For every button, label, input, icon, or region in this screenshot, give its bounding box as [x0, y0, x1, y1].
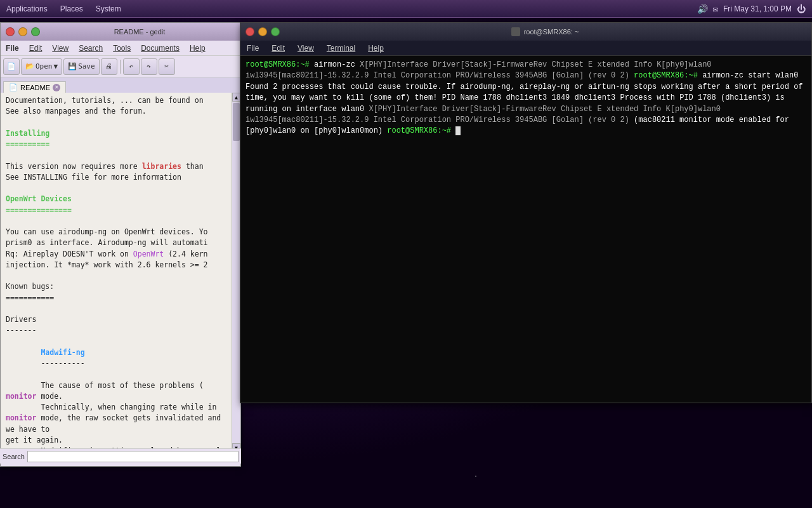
taskbar-right: 🔊 ✉ Fri May 31, 1:00 PM ⏻ [697, 4, 812, 14]
gedit-titlebar: README - gedit [1, 23, 240, 41]
gedit-scrollbar[interactable]: ▲ ▼ [232, 93, 240, 452]
gedit-minimize-button[interactable] [18, 27, 27, 36]
terminal-window: root@SMRX86: ~ File Edit View Terminal H… [240, 22, 812, 403]
gedit-close-button[interactable] [6, 27, 15, 36]
print-button[interactable]: 🖨 [101, 58, 117, 75]
gedit-tab-readme[interactable]: 📄 README ✕ [3, 81, 66, 93]
taskbar-left: Applications Places System [0, 3, 697, 15]
taskbar-applications[interactable]: Applications [0, 3, 54, 15]
terminal-menu-terminal[interactable]: Terminal [320, 43, 362, 54]
save-icon: 💾 [68, 62, 77, 70]
open-icon: 📂 [25, 62, 34, 70]
email-icon[interactable]: ✉ [713, 4, 718, 14]
cut-button[interactable]: ✂ [159, 58, 175, 75]
terminal-menu-file[interactable]: File [240, 43, 265, 54]
volume-icon[interactable]: 🔊 [697, 4, 708, 14]
terminal-text-area[interactable]: root@SMRX86:~# airmon-zc X[PHY]Interface… [240, 56, 811, 403]
terminal-menu-help[interactable]: Help [362, 43, 390, 54]
gedit-menu-tools[interactable]: Tools [108, 43, 136, 54]
terminal-cursor [455, 126, 461, 135]
gedit-menu-edit[interactable]: Edit [24, 43, 48, 54]
tab-close-button[interactable]: ✕ [53, 84, 60, 91]
gedit-title: README - gedit [44, 28, 235, 36]
new-button[interactable]: 📄 [3, 58, 20, 75]
open-button[interactable]: 📂 Open ▼ [21, 58, 62, 75]
gedit-content-area: Documentation, tutorials, ... can be fou… [1, 93, 240, 452]
terminal-maximize-button[interactable] [271, 27, 280, 36]
taskbar-system[interactable]: System [89, 3, 128, 15]
tab-icon: 📄 [9, 83, 18, 91]
terminal-menu-edit[interactable]: Edit [265, 43, 291, 54]
tab-label: README [20, 84, 50, 91]
toolbar-separator-1 [120, 60, 121, 74]
terminal-close-button[interactable] [246, 27, 254, 36]
redo-button[interactable]: ↷ [141, 58, 157, 75]
gedit-maximize-button[interactable] [31, 27, 40, 36]
undo-button[interactable]: ↶ [123, 58, 140, 75]
gedit-text-area[interactable]: Documentation, tutorials, ... can be fou… [1, 93, 232, 452]
terminal-icon [511, 27, 520, 36]
scroll-thumb[interactable] [233, 103, 240, 141]
gedit-tabs: 📄 README ✕ [1, 77, 240, 93]
terminal-menu-view[interactable]: View [291, 43, 320, 54]
taskbar: Applications Places System 🔊 ✉ Fri May 3… [0, 0, 812, 18]
gedit-window: README - gedit File Edit View Search Too… [0, 22, 241, 467]
gedit-toolbar: 📄 📂 Open ▼ 💾 Save 🖨 ↶ ↷ ✂ [1, 56, 240, 77]
search-input[interactable] [27, 451, 239, 462]
terminal-minimize-button[interactable] [258, 27, 267, 36]
terminal-titlebar: root@SMRX86: ~ [240, 23, 811, 41]
terminal-menubar: File Edit View Terminal Help [240, 41, 811, 56]
terminal-title: root@SMRX86: ~ [284, 27, 806, 36]
open-arrow-icon: ▼ [54, 62, 58, 70]
power-icon[interactable]: ⏻ [797, 4, 806, 14]
gedit-menu-help[interactable]: Help [185, 43, 211, 54]
taskbar-places[interactable]: Places [54, 3, 89, 15]
gedit-menu-view[interactable]: View [47, 43, 74, 54]
save-button[interactable]: 💾 Save [63, 58, 100, 75]
gedit-menu-documents[interactable]: Documents [136, 43, 185, 54]
search-label: Search [3, 453, 25, 460]
gedit-menubar: File Edit View Search Tools Documents He… [1, 41, 240, 56]
taskbar-time: Fri May 31, 1:00 PM [723, 4, 792, 13]
gedit-menu-search[interactable]: Search [74, 43, 108, 54]
gedit-menu-file[interactable]: File [1, 43, 24, 54]
search-bar-area: Search [0, 448, 241, 464]
